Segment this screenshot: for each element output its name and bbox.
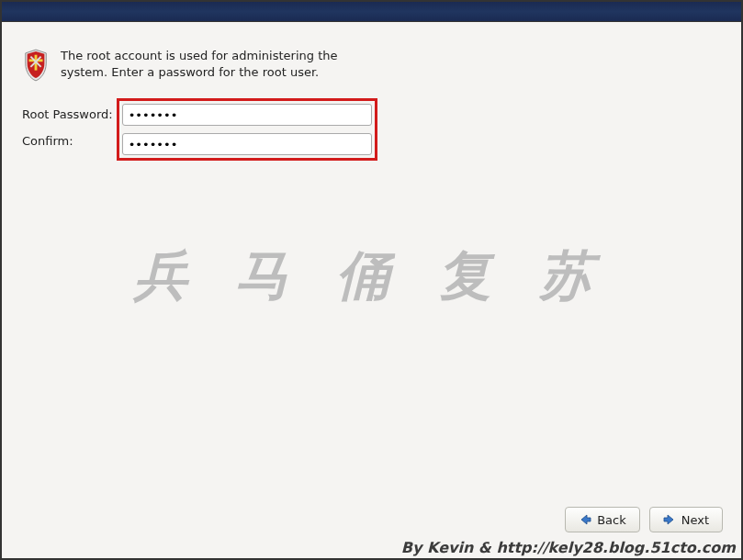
back-button[interactable]: Back (565, 507, 640, 532)
root-password-label: Root Password: (22, 107, 113, 121)
password-fields-highlight (117, 98, 377, 161)
watermark-text: 兵 马 俑 复 苏 (2, 241, 741, 312)
installer-content: The root account is used for administeri… (2, 22, 741, 179)
button-bar: Back Next (565, 507, 723, 532)
next-button[interactable]: Next (649, 507, 723, 532)
next-button-label: Next (681, 513, 709, 527)
root-password-input[interactable] (122, 104, 372, 126)
credit-watermark: By Kevin & http://kely28.blog.51cto.com (401, 539, 736, 556)
window-titlebar (2, 2, 741, 22)
confirm-password-input[interactable] (122, 133, 372, 155)
confirm-label: Confirm: (22, 134, 113, 148)
intro-row: The root account is used for administeri… (22, 48, 723, 85)
shield-icon (22, 48, 51, 85)
arrow-right-icon (663, 513, 676, 526)
back-button-label: Back (597, 513, 626, 527)
intro-text: The root account is used for administeri… (61, 48, 355, 80)
password-form: Root Password: Confirm: (22, 98, 723, 161)
arrow-left-icon (579, 513, 591, 526)
